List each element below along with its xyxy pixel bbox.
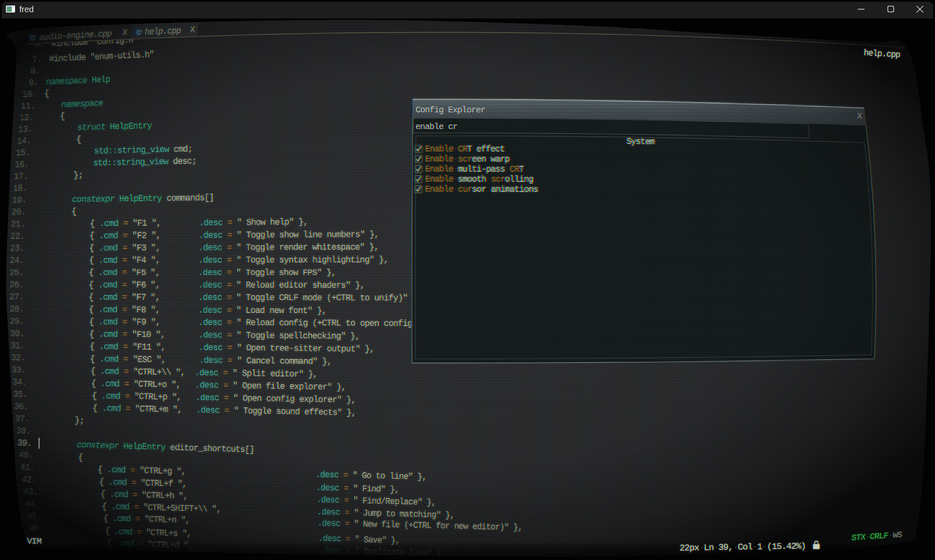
svg-text:22px·Ln·39,·Col·1·(15.42%): 22px·Ln·39,·Col·1·(15.42%) <box>680 541 806 553</box>
